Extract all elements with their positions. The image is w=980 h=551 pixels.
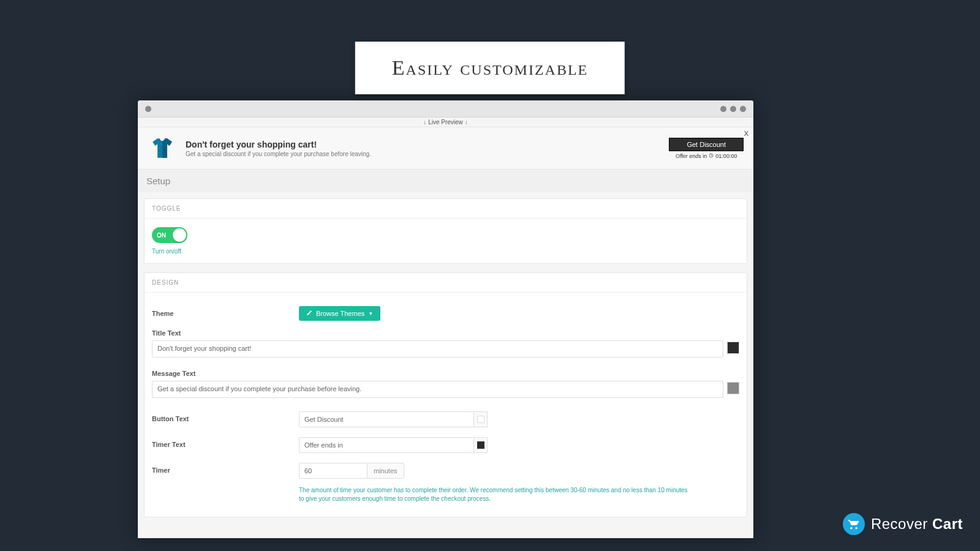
- message-text-row: Message Text Get a special discount if y…: [152, 366, 739, 407]
- notification-title: Don't forget your shopping cart!: [186, 140, 660, 149]
- live-preview-bar[interactable]: ↓ Live Preview ↓: [138, 118, 753, 127]
- button-color-picker[interactable]: [474, 411, 488, 427]
- message-color-picker[interactable]: [727, 382, 739, 394]
- brand-text: Recover Cart: [871, 515, 963, 533]
- title-text-row: Title Text Don't forget your shopping ca…: [152, 326, 739, 366]
- timer-unit: minutes: [368, 463, 404, 479]
- clock-icon: [709, 153, 714, 159]
- timer-text-label: Timer Text: [152, 437, 299, 448]
- close-icon[interactable]: X: [744, 130, 748, 137]
- message-text-input[interactable]: Get a special discount if you complete y…: [152, 381, 723, 398]
- button-text-row: Button Text: [152, 407, 739, 432]
- timer-text-row: Timer Text: [152, 432, 739, 458]
- chrome-dots-right: [720, 106, 746, 112]
- setup-header: Setup: [138, 170, 753, 192]
- theme-row: Theme Browse Themes ▼: [152, 301, 739, 326]
- chrome-dot-icon: [720, 106, 726, 112]
- toggle-help: Turn on/off.: [152, 248, 739, 255]
- pencil-icon: [306, 310, 312, 317]
- chrome-dot-icon: [740, 106, 746, 112]
- title-text-label: Title Text: [152, 329, 739, 337]
- get-discount-button[interactable]: Get Discount: [669, 138, 744, 151]
- chevron-down-icon: ▼: [368, 311, 373, 317]
- timer-input[interactable]: [299, 463, 368, 479]
- timer-text-input[interactable]: [299, 437, 474, 453]
- toggle-panel-header: TOGGLE: [145, 199, 747, 219]
- chrome-dot-icon: [730, 106, 736, 112]
- message-text-label: Message Text: [152, 370, 739, 377]
- timer-text-color-picker[interactable]: [474, 437, 488, 453]
- title-text-input[interactable]: Don't forget your shopping cart!: [152, 340, 723, 358]
- notification-text: Don't forget your shopping cart! Get a s…: [186, 140, 660, 157]
- notification-cta: Get Discount Offer ends in 01:00:00: [669, 138, 744, 159]
- chrome-dots-left: [145, 106, 151, 112]
- timer-help: The amount of time your customer has to …: [299, 486, 691, 503]
- design-panel: DESIGN Theme Browse Themes ▼: [144, 272, 747, 517]
- live-preview-label: Live Preview: [428, 119, 463, 126]
- notification-subtitle: Get a special discount if you complete y…: [186, 151, 660, 157]
- arrow-down-icon: ↓: [423, 119, 426, 126]
- toggle-label: ON: [157, 232, 166, 239]
- notification-banner: X Don't forget your shopping cart! Get a…: [138, 127, 753, 170]
- enable-toggle[interactable]: ON: [152, 227, 187, 243]
- brand-logo: Recover Cart: [843, 513, 963, 535]
- timer-prefix: Offer ends in: [676, 153, 707, 159]
- title-color-picker[interactable]: [727, 342, 739, 354]
- cart-icon: [843, 513, 865, 535]
- theme-label: Theme: [152, 306, 299, 317]
- brand-name-light: Recover: [871, 515, 928, 532]
- floating-title: Easily customizable: [392, 56, 588, 80]
- chrome-dot-icon: [145, 106, 151, 112]
- timer-row: Timer minutes The amount of time your cu…: [152, 458, 739, 508]
- arrow-down-icon: ↓: [465, 119, 468, 126]
- offer-timer: Offer ends in 01:00:00: [676, 153, 737, 159]
- floating-title-card: Easily customizable: [355, 42, 625, 94]
- panels-container: TOGGLE ON Turn on/off. DESIGN Theme: [138, 192, 753, 538]
- toggle-panel: TOGGLE ON Turn on/off.: [144, 198, 747, 264]
- browse-themes-button[interactable]: Browse Themes ▼: [299, 306, 380, 321]
- browser-window: ↓ Live Preview ↓ X Don't forget your sho…: [138, 100, 753, 538]
- browser-chrome: [138, 100, 753, 118]
- brand-name-bold: Cart: [932, 515, 963, 532]
- tshirt-icon: [148, 133, 177, 163]
- timer-value: 01:00:00: [715, 153, 737, 159]
- browse-themes-label: Browse Themes: [316, 310, 364, 317]
- design-panel-header: DESIGN: [145, 273, 747, 293]
- toggle-knob-icon: [173, 228, 186, 242]
- button-text-label: Button Text: [152, 411, 299, 422]
- button-text-input[interactable]: [299, 411, 474, 427]
- timer-label: Timer: [152, 463, 299, 474]
